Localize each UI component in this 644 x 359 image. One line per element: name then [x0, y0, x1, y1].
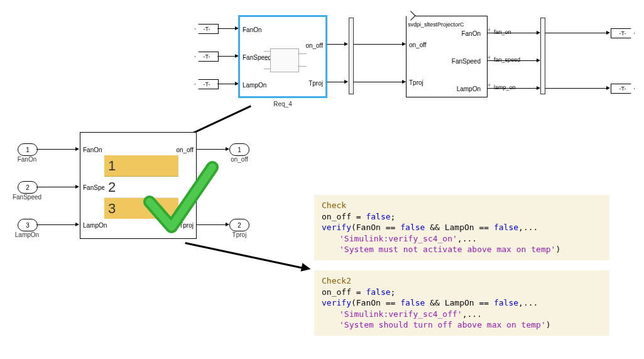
from-tag-1[interactable]: -T-: [195, 52, 219, 62]
line: [298, 53, 307, 54]
c2-l3: 'Simulink:verify_sc4_off': [339, 309, 462, 319]
goto-tag-1[interactable]: -T-: [611, 84, 635, 94]
antenna-icon: ⏚: [488, 54, 491, 60]
inport-2[interactable]: 2: [18, 181, 38, 194]
antenna-icon: ⏚: [488, 82, 491, 87]
wire: [353, 44, 403, 45]
req4-inner-icon: [270, 48, 299, 72]
inport-3-label: LampOn: [10, 231, 44, 238]
wire: [36, 149, 77, 150]
req4-in-2: LampOn: [243, 82, 266, 89]
wire: [327, 44, 346, 45]
c1-l4b: ): [555, 245, 560, 254]
arrow: [75, 223, 79, 226]
c2-l1c: ;: [391, 287, 396, 297]
c1-title: Check: [322, 201, 346, 210]
code-check-1: Check on_off = false; verify(FanOn == fa…: [314, 195, 609, 260]
arrow: [606, 31, 610, 35]
wire: [545, 88, 608, 89]
goto-tag-0-text: -T-: [619, 30, 626, 36]
inport-2-label: FanSpeed: [10, 194, 44, 201]
outport-2[interactable]: 2: [229, 219, 249, 231]
wire: [488, 88, 538, 89]
inport-1[interactable]: 1: [18, 143, 38, 156]
c2-l2c: false: [400, 298, 425, 307]
c1-l2c: false: [400, 223, 425, 232]
svdpi-name: svdpi_sltestProjectorC: [408, 21, 464, 28]
sig-2: lamp_on: [494, 84, 516, 91]
c2-l2b: (FanOn ==: [351, 298, 400, 307]
corner: [406, 11, 416, 21]
wire: [217, 56, 236, 57]
line: [264, 60, 270, 60]
c1-l2f: ,...: [518, 223, 538, 232]
c2-l2a: verify: [322, 298, 351, 307]
c2-title: Check2: [322, 276, 351, 285]
wire: [327, 82, 346, 82]
goto-tag-0[interactable]: -T-: [611, 28, 635, 38]
line: [298, 66, 307, 67]
c2-l2e: false: [494, 298, 518, 307]
from-tag-0[interactable]: -T-: [195, 24, 219, 34]
from-tag-0-text: -T-: [204, 26, 210, 32]
block-svdpi[interactable]: svdpi_sltestProjectorC on_off Tproj FanO…: [406, 16, 488, 97]
req4-in-0: FanOn: [243, 26, 262, 33]
c1-l3: 'Simulink:verify_sc4_on': [339, 234, 457, 243]
bus-creator-2[interactable]: [540, 18, 545, 94]
drill-arrow-2-head: [301, 263, 312, 273]
arrow: [75, 147, 79, 151]
c2-l2f: ,...: [518, 298, 538, 307]
arrow: [75, 185, 79, 189]
c2-l3b: ,...: [462, 309, 482, 319]
c1-l3b: ,...: [457, 234, 477, 243]
c1-l2e: false: [494, 223, 518, 232]
c2-l2d: && LampOn ==: [425, 298, 494, 307]
inport-1-label: FanOn: [13, 156, 41, 163]
svdpi-out-1: FanSpeed: [452, 58, 481, 65]
ts-in-0: FanOn: [83, 146, 102, 153]
wire: [488, 33, 538, 33]
arrow: [344, 80, 348, 84]
wire: [353, 82, 403, 82]
inport-1-num: 1: [26, 146, 30, 153]
wire: [36, 224, 77, 225]
c1-l1c: ;: [391, 212, 396, 221]
line: [264, 69, 270, 69]
inport-3[interactable]: 3: [18, 219, 38, 231]
ts-out-0: on_off: [176, 146, 194, 153]
line: [264, 51, 270, 52]
wire: [545, 33, 608, 33]
wire: [217, 84, 236, 84]
sig-0: fan_on: [494, 29, 511, 35]
c2-l4b: ): [546, 320, 551, 329]
arrow: [606, 86, 610, 90]
req4-name: Req_4: [239, 101, 327, 108]
bus-creator-1[interactable]: [349, 18, 354, 94]
svdpi-out-2: LampOn: [457, 86, 481, 92]
ts-in-2: LampOn: [83, 222, 107, 229]
sig-1: fan_speed: [494, 57, 520, 63]
wire: [197, 224, 227, 225]
c1-l2b: (FanOn ==: [351, 223, 400, 232]
outport-1[interactable]: 1: [229, 143, 249, 156]
c1-l1b: false: [366, 212, 390, 221]
block-req4[interactable]: FanOn FanSpeed LampOn on_off Tproj: [239, 16, 327, 97]
wire: [197, 149, 227, 150]
wire: [217, 28, 236, 29]
from-tag-2[interactable]: -T-: [195, 79, 219, 89]
c1-l1a: on_off =: [322, 212, 366, 221]
c1-l2d: && LampOn ==: [425, 223, 494, 232]
c2-l1b: false: [366, 287, 390, 297]
drill-arrow-2: [185, 242, 302, 268]
c2-l4: 'System should turn off above max on tem…: [339, 320, 546, 329]
outport-1-num: 1: [237, 146, 241, 153]
from-tag-1-text: -T-: [204, 53, 210, 60]
check-icon: [143, 158, 219, 240]
req4-out-1: Tproj: [308, 80, 323, 87]
c1-l2a: verify: [322, 223, 351, 232]
test-sequence-block[interactable]: FanOn FanSpeed LampOn on_off Tproj 1 2 3: [80, 132, 197, 239]
outport-2-label: Tproj: [224, 231, 255, 238]
outport-2-num: 2: [237, 222, 241, 229]
goto-tag-1-text: -T-: [619, 86, 626, 92]
inport-3-num: 3: [26, 222, 30, 229]
